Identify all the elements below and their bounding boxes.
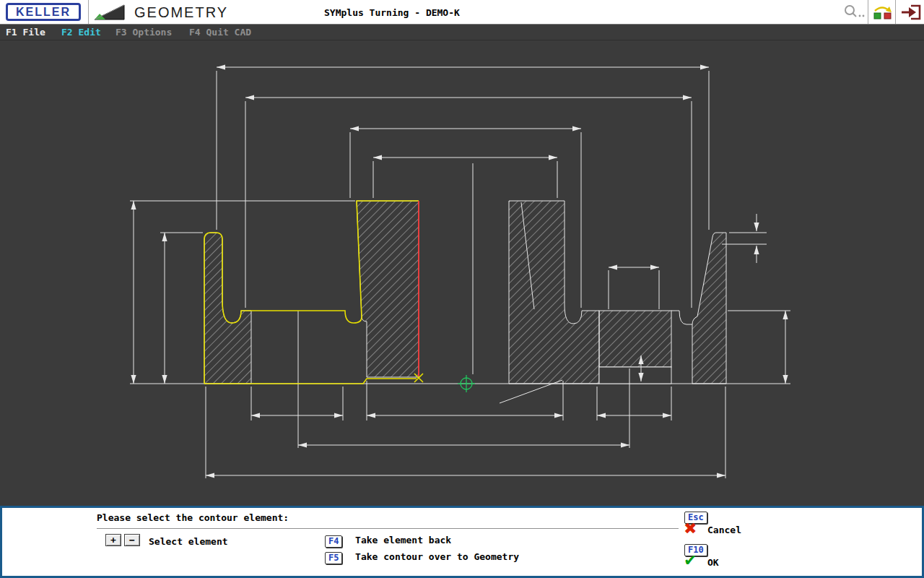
menu-item-file[interactable]: F1 File [6,27,45,38]
separator [868,0,868,24]
menu-item-quit-cad[interactable]: F4 Quit CAD [189,27,251,38]
action-label: Take element back [355,535,451,545]
zoom-icon[interactable] [843,4,866,21]
cancel-label: Cancel [707,525,741,535]
ok-check-icon[interactable]: ✔ [684,551,697,569]
drawing-canvas[interactable] [0,40,924,506]
part-step[interactable] [599,367,671,384]
select-plus-button[interactable]: + [105,534,121,546]
title-bar: KELLER GEOMETRY SYMplus Turning - DEMO-K [0,0,924,25]
action-take-contour-over: F5 Take contour over to Geometry [325,550,519,564]
menu-item-options[interactable]: F3 Options [116,27,172,38]
dimension-lines [134,67,785,475]
f5-keycap[interactable]: F5 [325,552,342,564]
separator [88,0,89,24]
view-state-icon[interactable] [872,4,894,21]
keller-logo: KELLER [6,3,81,21]
part-sections[interactable] [204,201,726,384]
select-minus-button[interactable]: − [124,534,140,546]
app-title: SYMplus Turning - DEMO-K [324,7,460,18]
position-marker [458,375,475,392]
extension-lines [130,71,790,478]
exit-icon[interactable] [899,4,923,21]
f4-keycap[interactable]: F4 [325,535,342,548]
cancel-x-icon[interactable]: ✖ [684,519,697,538]
triangle-module-icon [92,3,127,22]
menu-bar: F1 File F2 Edit F3 Options F4 Quit CAD [0,25,924,40]
prompt-text: Please select the contour element: [97,512,289,523]
separator [895,0,896,24]
prompt-separator [97,528,679,529]
prompt-panel: Please select the contour element: + − S… [0,506,924,578]
select-element-label: Select element [149,536,228,547]
ok-label: OK [707,557,719,568]
action-label: Take contour over to Geometry [355,551,519,562]
action-take-element-back: F4 Take element back [325,533,451,548]
menu-item-edit[interactable]: F2 Edit [61,27,101,38]
logo-text: KELLER [16,6,71,19]
module-title: GEOMETRY [134,4,228,21]
